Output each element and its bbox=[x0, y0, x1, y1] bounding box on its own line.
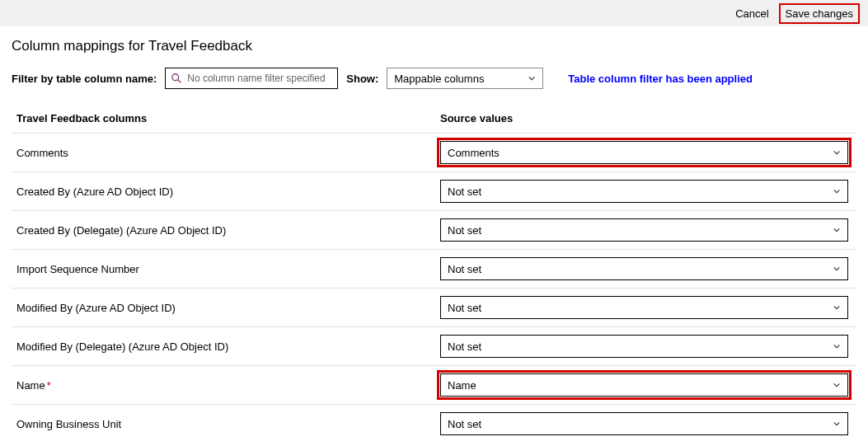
content-area: Column mappings for Travel Feedback Filt… bbox=[0, 26, 868, 443]
source-value-select[interactable]: Name bbox=[440, 373, 848, 397]
row-label: Import Sequence Number bbox=[12, 263, 440, 275]
row-label: Created By (Delegate) (Azure AD Object I… bbox=[12, 224, 440, 237]
chevron-down-icon bbox=[833, 148, 841, 157]
required-star-icon: * bbox=[47, 379, 51, 392]
source-value-select[interactable]: Not set bbox=[440, 257, 848, 280]
source-value-text: Comments bbox=[448, 147, 500, 159]
table-row: CommentsComments bbox=[12, 133, 856, 171]
table-row: Modified By (Azure AD Object ID)Not set bbox=[12, 288, 856, 326]
source-value-select[interactable]: Not set bbox=[440, 218, 848, 242]
chevron-down-icon bbox=[833, 303, 841, 312]
source-value-text: Not set bbox=[448, 340, 481, 353]
mapping-table: Travel Feedback columns Source values Co… bbox=[12, 106, 856, 443]
chevron-down-icon bbox=[833, 381, 841, 389]
source-value-text: Not set bbox=[448, 302, 481, 314]
filter-input[interactable]: No column name filter specified bbox=[165, 68, 338, 89]
source-value-text: Not set bbox=[448, 418, 481, 430]
source-value-select[interactable]: Not set bbox=[440, 296, 848, 319]
chevron-down-icon bbox=[833, 420, 841, 428]
search-icon bbox=[171, 73, 182, 84]
table-row: Created By (Delegate) (Azure AD Object I… bbox=[12, 210, 856, 249]
table-row: Name*Name bbox=[12, 365, 856, 404]
table-row: Owning Business UnitNot set bbox=[12, 404, 856, 443]
chevron-down-icon bbox=[833, 226, 841, 234]
header-left: Travel Feedback columns bbox=[12, 112, 440, 124]
source-value-select[interactable]: Not set bbox=[440, 180, 848, 203]
source-value-text: Not set bbox=[448, 185, 481, 198]
page-title: Column mappings for Travel Feedback bbox=[12, 38, 856, 54]
filter-label: Filter by table column name: bbox=[12, 73, 157, 85]
table-row: Modified By (Delegate) (Azure AD Object … bbox=[12, 326, 856, 365]
source-value-text: Name bbox=[448, 379, 476, 392]
filter-status: Table column filter has been applied bbox=[568, 73, 753, 85]
show-select-value: Mappable columns bbox=[394, 73, 484, 85]
header-right: Source values bbox=[440, 112, 856, 124]
table-row: Created By (Azure AD Object ID)Not set bbox=[12, 171, 856, 210]
cancel-button[interactable]: Cancel bbox=[730, 5, 773, 22]
source-value-select[interactable]: Comments bbox=[440, 141, 848, 164]
chevron-down-icon bbox=[833, 187, 841, 195]
source-value-text: Not set bbox=[448, 263, 481, 275]
save-changes-button[interactable]: Save changes bbox=[779, 3, 860, 24]
source-value-select[interactable]: Not set bbox=[440, 412, 848, 435]
row-label: Name* bbox=[12, 379, 440, 392]
source-value-text: Not set bbox=[448, 224, 481, 237]
filter-row: Filter by table column name: No column n… bbox=[12, 68, 856, 89]
row-label: Owning Business Unit bbox=[12, 418, 440, 430]
source-value-select[interactable]: Not set bbox=[440, 335, 848, 358]
row-label: Created By (Azure AD Object ID) bbox=[12, 185, 440, 198]
svg-point-0 bbox=[172, 74, 179, 81]
filter-placeholder: No column name filter specified bbox=[187, 73, 325, 84]
row-label: Comments bbox=[12, 147, 440, 159]
row-label: Modified By (Azure AD Object ID) bbox=[12, 302, 440, 314]
row-label: Modified By (Delegate) (Azure AD Object … bbox=[12, 340, 440, 353]
show-select[interactable]: Mappable columns bbox=[387, 68, 543, 89]
topbar: Cancel Save changes bbox=[0, 0, 868, 26]
show-label: Show: bbox=[346, 73, 378, 85]
svg-line-1 bbox=[178, 80, 181, 83]
chevron-down-icon bbox=[528, 74, 536, 82]
table-row: Import Sequence NumberNot set bbox=[12, 249, 856, 288]
chevron-down-icon bbox=[833, 342, 841, 350]
chevron-down-icon bbox=[833, 265, 841, 273]
table-header: Travel Feedback columns Source values bbox=[12, 106, 856, 133]
